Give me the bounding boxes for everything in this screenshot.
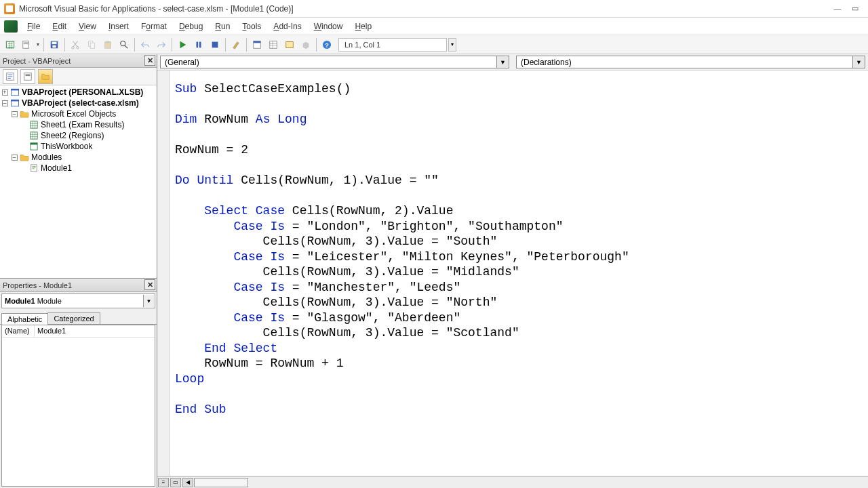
reset-icon[interactable] — [208, 37, 222, 52]
svg-rect-35 — [31, 165, 37, 171]
view-full-module-icon[interactable]: ≡ — [158, 478, 169, 487]
save-icon[interactable] — [47, 37, 62, 52]
toggle-folders-icon[interactable] — [38, 69, 53, 84]
cursor-position: Ln 1, Col 1 — [338, 38, 447, 52]
svg-rect-17 — [212, 41, 218, 47]
view-code-icon[interactable] — [3, 69, 18, 84]
tree-folder-modules[interactable]: – Modules — [0, 152, 157, 163]
folder-icon — [19, 109, 30, 119]
project-panel-close-button[interactable]: ✕ — [144, 55, 155, 66]
horizontal-scrollbar[interactable]: ≡ ▭ ◀ — [157, 476, 868, 488]
procedure-combo[interactable]: (Declarations) ▼ — [516, 56, 865, 68]
tree-project-personal[interactable]: + VBAProject (PERSONAL.XLSB) — [0, 87, 157, 98]
tree-folder-objects[interactable]: – Microsoft Excel Objects — [0, 108, 157, 119]
svg-text:?: ? — [325, 41, 329, 48]
break-icon[interactable] — [191, 37, 206, 52]
toolbar-overflow-icon[interactable]: ▾ — [448, 38, 456, 52]
titlebar: Microsoft Visual Basic for Applications … — [0, 0, 868, 18]
toolbar: ▼ ? Ln 1, Col 1 ▾ — [0, 35, 868, 54]
properties-window-icon[interactable] — [266, 37, 281, 52]
menu-help[interactable]: Help — [349, 20, 377, 33]
menu-addins[interactable]: Add-Ins — [268, 20, 307, 33]
tab-categorized[interactable]: Categorized — [47, 312, 100, 324]
window-title: Microsoft Visual Basic for Applications … — [19, 4, 294, 14]
svg-rect-3 — [24, 42, 28, 43]
menu-format[interactable]: Format — [136, 20, 172, 33]
svg-rect-34 — [31, 143, 37, 145]
project-explorer-icon[interactable] — [250, 37, 264, 52]
svg-rect-2 — [23, 41, 29, 48]
code-margin — [157, 70, 170, 476]
menu-tools[interactable]: Tools — [237, 20, 267, 33]
svg-rect-4 — [24, 43, 28, 44]
tree-module1[interactable]: Module1 — [0, 163, 157, 174]
chevron-down-icon[interactable]: ▼ — [496, 56, 509, 68]
svg-rect-15 — [197, 41, 199, 47]
project-tree[interactable]: + VBAProject (PERSONAL.XLSB) – VBAProjec… — [0, 85, 157, 278]
menu-window[interactable]: Window — [309, 20, 349, 33]
properties-panel-header: Properties - Module1 ✕ — [0, 279, 157, 292]
svg-rect-31 — [31, 121, 37, 128]
svg-point-14 — [121, 41, 125, 45]
cut-icon[interactable] — [68, 37, 83, 52]
chevron-down-icon[interactable]: ▼ — [143, 295, 154, 307]
find-icon[interactable] — [117, 37, 132, 52]
svg-rect-7 — [52, 45, 56, 47]
insert-module-icon[interactable] — [19, 37, 34, 52]
module-icon — [28, 163, 39, 173]
svg-rect-16 — [199, 41, 201, 47]
paste-icon[interactable] — [100, 37, 115, 52]
tree-thisworkbook[interactable]: ThisWorkbook — [0, 141, 157, 152]
tree-project-selectcase[interactable]: – VBAProject (select-case.xlsm) — [0, 98, 157, 108]
run-icon[interactable] — [175, 37, 190, 52]
properties-object-selector[interactable]: Module1 Module ▼ — [1, 293, 155, 308]
svg-rect-1 — [7, 41, 14, 47]
help-icon[interactable]: ? — [319, 37, 334, 52]
tree-sheet1[interactable]: Sheet1 (Exam Results) — [0, 119, 157, 130]
svg-rect-21 — [286, 41, 294, 47]
properties-panel-close-button[interactable]: ✕ — [144, 279, 155, 290]
design-mode-icon[interactable] — [229, 37, 243, 52]
properties-grid[interactable]: (Name) Module1 — [1, 325, 155, 487]
code-editor[interactable]: Sub SelectCaseExamples() Dim RowNum As L… — [170, 70, 868, 476]
view-procedure-icon[interactable]: ▭ — [170, 478, 181, 487]
menu-edit[interactable]: Edit — [47, 20, 72, 33]
svg-rect-25 — [24, 73, 32, 80]
properties-panel-title: Properties - Module1 — [3, 281, 72, 289]
maximize-button[interactable]: ▭ — [846, 3, 864, 15]
menu-debug[interactable]: Debug — [174, 20, 208, 33]
property-row-name[interactable]: (Name) Module1 — [2, 325, 155, 338]
project-panel-header: Project - VBAProject ✕ — [0, 54, 157, 68]
svg-rect-6 — [52, 41, 57, 44]
object-browser-icon[interactable] — [282, 37, 297, 52]
svg-rect-28 — [12, 90, 18, 95]
dropdown-arrow-icon[interactable]: ▼ — [35, 42, 41, 47]
svg-rect-13 — [106, 41, 109, 43]
undo-icon[interactable] — [138, 37, 153, 52]
svg-rect-30 — [12, 101, 18, 106]
folder-icon — [19, 152, 30, 162]
object-combo[interactable]: (General) ▼ — [160, 56, 509, 68]
tab-alphabetic[interactable]: Alphabetic — [1, 313, 48, 325]
menubar: File Edit View Insert Format Debug Run T… — [0, 18, 868, 35]
menu-insert[interactable]: Insert — [103, 20, 134, 33]
menu-file[interactable]: File — [22, 20, 45, 33]
svg-rect-32 — [31, 132, 37, 139]
menu-run[interactable]: Run — [210, 20, 235, 33]
worksheet-icon — [28, 131, 39, 140]
project-panel-title: Project - VBAProject — [3, 57, 71, 65]
scroll-left-icon[interactable]: ◀ — [182, 478, 193, 487]
view-excel-icon[interactable] — [3, 37, 18, 52]
excel-icon — [4, 20, 18, 33]
copy-icon[interactable] — [84, 37, 99, 52]
tree-sheet2[interactable]: Sheet2 (Regions) — [0, 130, 157, 141]
menu-view[interactable]: View — [73, 20, 102, 33]
scrollbar-track[interactable] — [194, 478, 248, 487]
toolbox-icon[interactable] — [298, 37, 313, 52]
svg-rect-20 — [270, 41, 277, 48]
chevron-down-icon[interactable]: ▼ — [852, 56, 865, 68]
redo-icon[interactable] — [154, 37, 169, 52]
view-object-icon[interactable] — [20, 69, 35, 84]
minimize-button[interactable]: — — [829, 3, 846, 15]
workbook-icon — [28, 142, 39, 151]
